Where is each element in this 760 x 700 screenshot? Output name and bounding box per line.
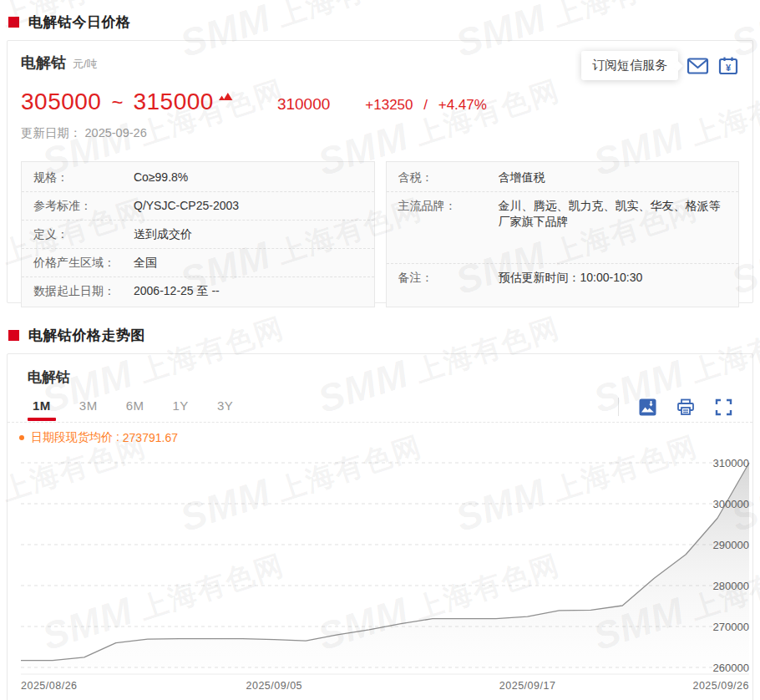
legend-value: 273791.67 xyxy=(123,431,178,444)
svg-text:2025/09/17: 2025/09/17 xyxy=(499,680,556,692)
table-row: 价格产生区域： 全国 xyxy=(22,249,374,277)
svg-text:2025/08/26: 2025/08/26 xyxy=(21,680,78,692)
price-change-separator: / xyxy=(423,97,428,113)
legend-label: 日期段现货均价 : xyxy=(31,430,119,445)
svg-text:2025/09/26: 2025/09/26 xyxy=(692,680,749,692)
svg-text:270000: 270000 xyxy=(713,621,749,633)
tab-6m[interactable]: 6M xyxy=(126,398,144,421)
table-row: 备注： 预估更新时间：10:00-10:30 xyxy=(387,264,739,305)
price-subscription-icon[interactable]: ¥ xyxy=(717,56,739,76)
price-high: 315000 xyxy=(133,89,213,115)
price-summary-card: 电解钴 元/吨 订阅短信服务 xyxy=(7,40,753,303)
price-low: 305000 xyxy=(21,89,101,115)
chart-card-title: 电解钴 xyxy=(8,366,752,387)
print-icon[interactable] xyxy=(676,398,695,416)
svg-text:310000: 310000 xyxy=(713,457,749,469)
red-square-bullet xyxy=(8,330,19,341)
price-tilde: ~ xyxy=(111,91,123,114)
table-row: 含税： 含增值税 xyxy=(387,164,739,192)
price-trend-svg: 2600002700002800002900003000003100002025… xyxy=(8,450,752,697)
table-row: 主流品牌： 金川、腾远、凯力克、凯实、华友、格派等厂家旗下品牌 xyxy=(387,192,739,264)
product-line: 电解钴 元/吨 xyxy=(21,53,98,73)
trend-chart-title: 电解钴价格走势图 xyxy=(28,326,145,345)
svg-text:300000: 300000 xyxy=(713,498,749,510)
fullscreen-icon[interactable] xyxy=(715,398,732,416)
tab-3y[interactable]: 3Y xyxy=(217,398,233,421)
subscribe-sms-tooltip: 订阅短信服务 xyxy=(581,51,678,80)
chart-legend: 日期段现货均价 : 273791.67 xyxy=(8,422,752,449)
toolbar-divider xyxy=(618,398,619,416)
subscribe-sms-tooltip-text: 订阅短信服务 xyxy=(592,58,667,72)
today-price-section-header: 电解钴今日价格 xyxy=(8,12,753,32)
mail-subscribe-icon[interactable] xyxy=(687,56,709,76)
tab-3m[interactable]: 3M xyxy=(79,398,98,421)
price-change-abs: +13250 xyxy=(365,97,413,113)
price-row: 305000 ~ 315000 310000 +13250 / +4.47% xyxy=(21,89,739,115)
range-tabs: 1M 3M 6M 1Y 3Y xyxy=(8,397,752,422)
price-change: +13250 / +4.47% xyxy=(365,97,487,114)
svg-text:280000: 280000 xyxy=(713,580,749,592)
trend-chart-card: 电解钴 1M 3M 6M 1Y 3Y xyxy=(7,353,753,700)
today-price-title: 电解钴今日价格 xyxy=(28,13,131,32)
trend-chart-section-header: 电解钴价格走势图 xyxy=(8,325,753,345)
table-row: 定义： 送到成交价 xyxy=(22,221,374,249)
save-image-icon[interactable] xyxy=(639,398,656,416)
update-date-label: 更新日期： xyxy=(21,126,82,139)
spec-table: 规格： Co≥99.8% 参考标准： Q/YSJC-CP25-2003 定义： … xyxy=(21,161,375,307)
price-change-pct: +4.47% xyxy=(438,97,487,113)
svg-text:260000: 260000 xyxy=(713,662,749,674)
table-row: 数据起止日期： 2006-12-25 至 -- xyxy=(22,277,374,305)
legend-dot-icon xyxy=(19,435,24,440)
update-date-row: 更新日期： 2025-09-26 xyxy=(21,125,739,141)
svg-text:290000: 290000 xyxy=(713,539,749,551)
price-unit: 元/吨 xyxy=(73,57,98,72)
product-name: 电解钴 xyxy=(21,53,66,73)
tax-brand-table: 含税： 含增值税 主流品牌： 金川、腾远、凯力克、凯实、华友、格派等厂家旗下品牌… xyxy=(386,161,740,307)
tab-1m[interactable]: 1M xyxy=(33,398,51,421)
svg-text:¥: ¥ xyxy=(726,62,732,72)
svg-text:2025/09/05: 2025/09/05 xyxy=(246,680,303,692)
table-row: 规格： Co≥99.8% xyxy=(22,164,374,192)
price-up-trend-icon xyxy=(219,90,234,105)
red-square-bullet xyxy=(8,17,19,28)
price-trend-chart: 2600002700002800002900003000003100002025… xyxy=(8,450,752,700)
table-row: 参考标准： Q/YSJC-CP25-2003 xyxy=(22,192,374,221)
price-average: 310000 xyxy=(277,95,330,114)
update-date-value: 2025-09-26 xyxy=(85,126,147,139)
tab-1y[interactable]: 1Y xyxy=(173,398,189,421)
